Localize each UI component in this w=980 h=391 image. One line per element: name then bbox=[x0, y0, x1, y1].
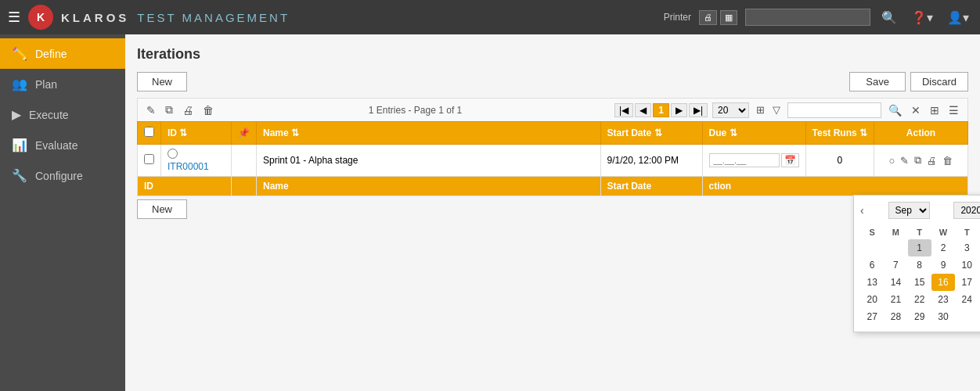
sidebar-item-define[interactable]: ✏️ Define bbox=[0, 38, 125, 69]
cal-day-cell[interactable]: 21 bbox=[884, 291, 907, 308]
new-button-bottom[interactable]: New bbox=[137, 199, 187, 219]
cal-day-cell[interactable]: 7 bbox=[884, 256, 907, 274]
sidebar-item-evaluate[interactable]: 📊 Evaluate bbox=[0, 130, 125, 160]
cell-test-runs: 0 bbox=[805, 145, 874, 177]
cal-day-cell[interactable]: 29 bbox=[908, 308, 931, 325]
cal-week-row: 12345 bbox=[860, 239, 980, 256]
help-icon[interactable]: ❓▾ bbox=[908, 10, 936, 25]
next-page-btn[interactable]: ▶ bbox=[671, 103, 687, 117]
cal-day-cell[interactable]: 15 bbox=[908, 274, 931, 291]
table-search-btn[interactable]: 🔍 bbox=[886, 102, 904, 118]
discard-button-top[interactable]: Discard bbox=[910, 72, 968, 91]
cal-th-w: W bbox=[931, 225, 955, 239]
calendar-open-btn[interactable]: 📅 bbox=[781, 153, 799, 167]
prev-page-btn[interactable]: ◀ bbox=[635, 103, 651, 117]
table-search-input[interactable] bbox=[787, 102, 881, 118]
cal-th-t1: T bbox=[908, 225, 931, 239]
select-all-checkbox[interactable] bbox=[144, 127, 154, 137]
th-pin: 📌 bbox=[232, 122, 257, 145]
cal-year-select[interactable]: 201820192020 20212022 bbox=[953, 202, 980, 219]
logo-icon: K bbox=[28, 5, 53, 30]
sidebar-item-configure[interactable]: 🔧 Configure bbox=[0, 160, 125, 191]
cal-day-cell[interactable]: 22 bbox=[908, 291, 931, 308]
th-id[interactable]: ID ⇅ bbox=[161, 122, 232, 145]
cal-empty-cell bbox=[884, 239, 907, 256]
th-due[interactable]: Due ⇅ bbox=[702, 122, 805, 145]
menu-icon-btn[interactable]: ☰ bbox=[946, 102, 961, 118]
first-page-btn[interactable]: |◀ bbox=[614, 103, 633, 117]
action-circle-btn[interactable]: ○ bbox=[888, 154, 897, 167]
action-print-btn[interactable]: 🖨 bbox=[925, 154, 939, 167]
delete-icon-btn[interactable]: 🗑 bbox=[200, 102, 216, 118]
per-page-select[interactable]: 20 50 100 bbox=[712, 102, 749, 118]
cal-day-cell[interactable]: 16 bbox=[931, 274, 955, 291]
cal-day-cell[interactable]: 1 bbox=[908, 239, 931, 256]
copy-icon-btn[interactable]: ⧉ bbox=[163, 102, 175, 118]
cal-day-cell[interactable]: 23 bbox=[931, 291, 955, 308]
th-test-runs[interactable]: Test Runs ⇅ bbox=[805, 122, 874, 145]
action-edit-btn[interactable]: ✎ bbox=[899, 154, 910, 167]
top-search-input[interactable] bbox=[745, 9, 870, 26]
cal-day-cell[interactable]: 6 bbox=[860, 256, 884, 274]
cal-day-cell[interactable]: 3 bbox=[955, 239, 978, 256]
cell-action: ○ ✎ ⧉ 🖨 🗑 bbox=[874, 145, 968, 177]
th-name[interactable]: Name ⇅ bbox=[257, 122, 601, 145]
sidebar-label-plan: Plan bbox=[35, 78, 57, 91]
th-start-date[interactable]: Start Date ⇅ bbox=[600, 122, 702, 145]
calendar-header: ‹ JanFebMarApr MayJunJulAug SepOctNovDec… bbox=[860, 202, 980, 219]
cal-day-cell[interactable]: 20 bbox=[860, 291, 884, 308]
filter-icon-btn[interactable]: ▽ bbox=[770, 102, 783, 117]
action-delete-btn[interactable]: 🗑 bbox=[941, 154, 954, 167]
due-date-input[interactable] bbox=[709, 153, 780, 167]
columns-icon-btn[interactable]: ⊞ bbox=[928, 102, 942, 118]
due-date-wrapper: 📅 bbox=[709, 153, 799, 167]
hamburger-icon[interactable]: ☰ bbox=[8, 9, 20, 26]
table-clear-btn[interactable]: ✕ bbox=[909, 102, 923, 118]
cal-day-cell[interactable]: 2 bbox=[931, 239, 955, 256]
table-header-row: ID ⇅ 📌 Name ⇅ Start Date ⇅ Due ⇅ Test Ru… bbox=[138, 122, 968, 145]
print-icon-btn[interactable]: 🖨 bbox=[180, 102, 196, 118]
table-row: ITR00001 Sprint 01 - Alpha stage 9/1/20,… bbox=[138, 145, 968, 177]
page-nav: |◀ ◀ 1 ▶ ▶| bbox=[614, 103, 708, 117]
logo-letter: K bbox=[37, 11, 45, 23]
define-icon: ✏️ bbox=[12, 46, 27, 61]
cal-day-cell[interactable]: 14 bbox=[884, 274, 907, 291]
edit-icon-btn[interactable]: ✎ bbox=[144, 102, 158, 118]
cal-day-cell[interactable]: 13 bbox=[860, 274, 884, 291]
row-id-link[interactable]: ITR00001 bbox=[168, 161, 209, 172]
cal-day-cell[interactable]: 27 bbox=[860, 308, 884, 325]
sidebar-item-plan[interactable]: 👥 Plan bbox=[0, 69, 125, 99]
printer-single-btn[interactable]: 🖨 bbox=[699, 10, 717, 25]
cal-day-cell[interactable]: 9 bbox=[931, 256, 955, 274]
last-page-btn[interactable]: ▶| bbox=[689, 103, 708, 117]
cell-name: Sprint 01 - Alpha stage bbox=[257, 145, 601, 177]
cal-day-cell[interactable]: 24 bbox=[955, 291, 978, 308]
cal-prev-btn[interactable]: ‹ bbox=[860, 204, 864, 217]
row-radio[interactable] bbox=[168, 149, 178, 159]
action-copy-btn[interactable]: ⧉ bbox=[913, 153, 923, 167]
group-icon-btn[interactable]: ⊞ bbox=[754, 102, 767, 117]
per-page-select-wrapper[interactable]: 20 50 100 bbox=[712, 102, 749, 118]
cal-month-select[interactable]: JanFebMarApr MayJunJulAug SepOctNovDec bbox=[888, 202, 930, 219]
top-search-icon[interactable]: 🔍 bbox=[878, 10, 900, 25]
cal-day-cell[interactable]: 10 bbox=[955, 256, 978, 274]
cal-day-cell[interactable]: 28 bbox=[884, 308, 907, 325]
cal-day-cell[interactable]: 8 bbox=[908, 256, 931, 274]
cal-day-cell[interactable]: 30 bbox=[931, 308, 955, 325]
plan-icon: 👥 bbox=[12, 77, 27, 91]
top-nav: ☰ K KLAROS TEST MANAGEMENT Printer 🖨 ▦ 🔍… bbox=[0, 0, 980, 34]
printer-multi-btn[interactable]: ▦ bbox=[720, 10, 737, 25]
action-icons: ○ ✎ ⧉ 🖨 🗑 bbox=[881, 153, 961, 167]
execute-icon: ▶ bbox=[12, 107, 21, 122]
cal-day-cell[interactable]: 17 bbox=[955, 274, 978, 291]
sidebar-label-configure: Configure bbox=[35, 170, 83, 182]
row-checkbox[interactable] bbox=[144, 154, 154, 164]
new-button-top[interactable]: New bbox=[137, 72, 187, 91]
save-button[interactable]: Save bbox=[849, 72, 906, 91]
cal-week-row: 20212223242526 bbox=[860, 291, 980, 308]
sub-th-action: ction bbox=[702, 177, 967, 196]
calendar-popup: ‹ JanFebMarApr MayJunJulAug SepOctNovDec… bbox=[853, 195, 980, 332]
sidebar-item-execute[interactable]: ▶ Execute bbox=[0, 99, 125, 130]
cell-due: 📅 bbox=[702, 145, 805, 177]
user-icon[interactable]: 👤▾ bbox=[944, 10, 972, 25]
